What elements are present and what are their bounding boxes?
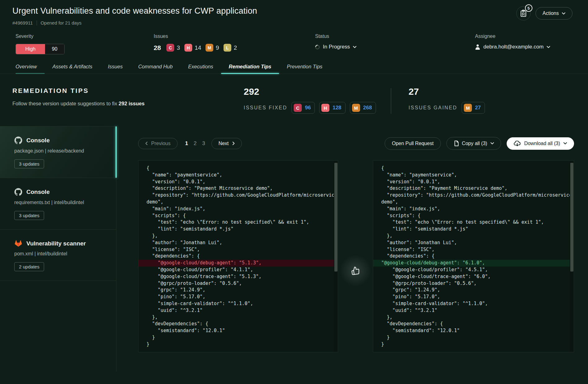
tab-label: Remediation Tips (229, 64, 271, 69)
updates-count-button[interactable]: 2 updates (14, 262, 44, 271)
code-line: { (373, 165, 574, 172)
tab-label: Command Hub (138, 64, 173, 69)
tab-remediation-tips[interactable]: Remediation Tips (221, 64, 279, 74)
assignee-dropdown[interactable]: debra.holt@example.com (475, 44, 576, 50)
status-dropdown[interactable]: In Progress (315, 44, 475, 50)
code-line: "author": "Jonathan Lui", (138, 240, 338, 246)
code-line: "repository": "https://github.com/Google… (373, 192, 574, 199)
chevron-down-icon (353, 46, 356, 48)
code-line: "repository": "https://github.com/Google… (138, 192, 338, 199)
code-line: "@grpc/proto-loader": "0.5.6", (373, 280, 574, 287)
page-number-2[interactable]: 2 (194, 140, 197, 147)
remediation-stats: 292 ISSUES FIXED C96H128M268 27 ISSUES G… (244, 87, 485, 114)
diff-changed-line: "@google-cloud/debug-agent": "5.1.3", (138, 260, 338, 267)
scrollbar-thumb[interactable] (334, 163, 337, 272)
page-number-1[interactable]: 1 (185, 140, 188, 147)
code-line: "semistandard": "12.0.1" (138, 327, 338, 334)
chevron-down-icon (562, 12, 565, 15)
scrollbar-track[interactable] (334, 161, 338, 352)
open-pull-request-button[interactable]: Open Pull Request (385, 137, 441, 150)
next-label: Next (219, 141, 229, 146)
issue-count-value: 3 (177, 44, 180, 51)
severity-badge-C: C (294, 104, 302, 112)
code-line: "@google-cloud/trace-agent": "5.1.3", (138, 273, 338, 280)
previous-page-button[interactable]: Previous (138, 138, 178, 149)
severity-badge-M: M (206, 44, 213, 52)
code-line: "main": "index.js", (138, 206, 338, 213)
subtitle-issues-count: 292 issues (119, 101, 144, 106)
tab-assets-artifacts[interactable]: Assets & Artifacts (45, 64, 100, 74)
diff-panel-after: { "name": "paymentservice", "version": "… (373, 160, 574, 352)
sidebar-item-2[interactable]: Vulnerability scannerpom.xml | intel/bui… (0, 230, 116, 281)
severity-block: Severity High 90 (16, 34, 154, 54)
code-line: "grpc": "1.24.9", (138, 287, 338, 294)
scrollbar-track[interactable] (570, 161, 574, 352)
code-line: "uuid": "^3.2.1" (138, 307, 338, 314)
source-item-header: Console (14, 136, 109, 144)
issues-total: 28 (154, 44, 161, 52)
source-title: Vulnerability scanner (26, 240, 86, 247)
chevron-down-icon (491, 142, 494, 144)
tab-executions[interactable]: Executions (180, 64, 221, 74)
source-title: Console (26, 189, 50, 195)
section-heading: REMEDIATION TIPS (12, 87, 244, 94)
code-line: "dependencies": { (138, 253, 338, 260)
issues-fixed-label: ISSUES FIXED (244, 105, 287, 111)
source-file-path: requirements.txt | intel/buildintel (14, 200, 109, 205)
ticket-subline: #4969911 Opened for 21 days (12, 20, 257, 25)
tab-overview[interactable]: Overview (16, 64, 45, 74)
updates-count-button[interactable]: 3 updates (14, 211, 44, 220)
remediation-header: REMEDIATION TIPS Follow these version up… (0, 74, 588, 114)
code-line: "license": "ISC", (138, 246, 338, 253)
thumbs-up-icon (351, 266, 360, 276)
subtitle-text: Follow these version update suggestions … (12, 101, 119, 106)
copy-all-button[interactable]: Copy all (3) (446, 137, 501, 150)
code-line: "author": "Jonathan Lui", (373, 240, 574, 246)
source-file-path: package.json | release/backend (14, 148, 109, 154)
sidebar-item-0[interactable]: Consolepackage.json | release/backend3 u… (0, 126, 116, 178)
code-line: "description": "Payment Microservice dem… (138, 185, 338, 192)
issue-count-value: 14 (195, 44, 201, 51)
issues-fixed-stat: 292 ISSUES FIXED C96H128M268 (244, 87, 376, 114)
chevron-right-icon (233, 142, 235, 145)
tab-label: Assets & Artifacts (52, 64, 93, 69)
download-all-button[interactable]: Download all (3) (507, 137, 574, 150)
issues-fixed-value: 292 (244, 87, 376, 96)
tasks-count-badge: 5 (525, 4, 532, 12)
status-label: Status (315, 34, 475, 39)
scrollbar-thumb[interactable] (570, 163, 573, 272)
approve-indicator[interactable] (338, 254, 373, 288)
next-page-button[interactable]: Next (211, 138, 242, 149)
code-line: { (138, 165, 338, 172)
opened-duration: Opened for 21 days (41, 20, 82, 25)
code-line: "@google-cloud/profiler": "4.5.1", (373, 267, 574, 273)
issue-count-M: M9 (206, 44, 219, 52)
code-line: "@google-cloud/trace-agent": "6.0", (373, 273, 574, 280)
tab-issues[interactable]: Issues (100, 64, 130, 74)
code-line: "scripts": { (373, 213, 574, 219)
code-line: "@grpc/proto-loader": "0.5.6", (138, 280, 338, 287)
sidebar-item-1[interactable]: Consolerequirements.txt | intel/buildint… (0, 178, 116, 230)
severity-badge-C: C (166, 44, 174, 52)
tasks-button[interactable]: 5 (516, 6, 531, 21)
tab-label: Overview (16, 64, 37, 69)
severity-count-pill-C: C96 (292, 102, 315, 114)
issues-gained-value: 27 (409, 87, 485, 96)
actions-button[interactable]: Actions (536, 7, 572, 20)
tab-label: Prevention Tips (287, 64, 323, 69)
pagination: Previous 123 Next (138, 138, 242, 149)
updates-count-button[interactable]: 3 updates (14, 159, 44, 168)
tab-prevention-tips[interactable]: Prevention Tips (279, 64, 330, 74)
source-title: Console (26, 137, 50, 144)
stats-divider (391, 88, 391, 114)
tab-command-hub[interactable]: Command Hub (130, 64, 180, 74)
actions-button-label: Actions (543, 11, 559, 16)
code-line: "pino": "5.17.0", (373, 294, 574, 300)
previous-label: Previous (151, 141, 170, 146)
diff-actions: Open Pull Request Copy all (3) (385, 137, 574, 150)
content-toolbar: Previous 123 Next Open Pull Request Copy… (138, 137, 574, 150)
severity-value-pill: High 90 (16, 44, 65, 54)
github-icon (14, 136, 22, 144)
page-number-3[interactable]: 3 (202, 140, 205, 147)
tab-indicator (16, 73, 45, 74)
